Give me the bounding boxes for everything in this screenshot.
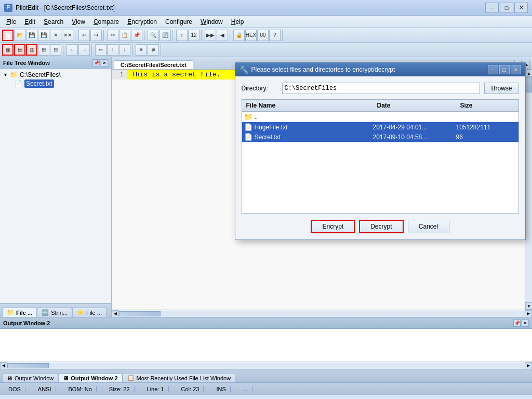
toolbar2-btn2[interactable]: ▤ [14,44,25,56]
menu-view[interactable]: View [68,17,89,26]
toolbar-copy-btn[interactable]: 📋 [119,30,130,41]
tree-tab-file[interactable]: 📁 File ... [2,308,37,317]
file-row-parent[interactable]: 📁 .. [242,112,518,122]
dialog-title-text: Please select files and directories to e… [251,66,395,73]
output-hscroll-thumb[interactable] [7,363,49,368]
toolbar-sep-7 [282,30,284,41]
menu-encryption[interactable]: Encryption [123,17,161,26]
file-row-secret[interactable]: 📄 Secret.txt 2017-09-10 04:58... 96 [242,132,518,142]
output-hscroll[interactable]: ◀ ▶ [0,362,532,369]
tree-bottom-tabs: 📁 File ... 🔤 Strin... ⭐ File ... [0,303,111,317]
toolbar-new-btn[interactable]: 📄 [2,30,14,41]
toolbar-00-btn[interactable]: 00 [257,30,269,41]
toolbar-hex-btn[interactable]: HEX [245,30,257,41]
output-hscroll-right[interactable]: ▶ [525,362,532,369]
output-close[interactable]: × [522,320,529,327]
tree-item-root[interactable]: ▼ 📁 C:\SecretFiles\ [2,71,109,79]
maximize-button[interactable]: □ [500,3,513,13]
toolbar-save-btn[interactable]: 💾 [26,30,37,41]
tree-file-icon: 📄 [15,80,22,87]
col-header-size[interactable]: Size [456,101,518,110]
dialog-dir-input[interactable] [282,83,481,94]
dialog-maximize-btn[interactable]: □ [499,65,510,74]
toolbar2-btn6[interactable]: ← [66,44,78,56]
output-tab-3-label: Most Recently Used File List Window [137,375,231,381]
toolbar2-btn4[interactable]: ⊞ [38,44,49,56]
toolbar-replace-btn[interactable]: 🔄 [159,30,171,41]
status-ins: INS [212,386,230,392]
menu-file[interactable]: File [2,17,20,26]
toolbar-close-btn[interactable]: ✕ [50,30,61,41]
menu-configure[interactable]: Configure [161,17,196,26]
main-area: File Tree Window 📌 × ▼ 📁 C:\SecretFiles\… [0,57,532,317]
toolbar-paste-btn[interactable]: 📌 [131,30,142,41]
dialog-body: Directory: Browse File Name Date Size [235,76,525,240]
toolbar2-btn3[interactable]: ▥ [26,44,37,56]
file-row-hugefile-size: 1051282111 [456,124,518,131]
tree-root-label[interactable]: C:\SecretFiles\ [20,71,61,78]
toolbar-macro-btn[interactable]: ▶▶ [205,30,216,41]
output-hscroll-left[interactable]: ◀ [0,362,7,369]
dialog-controls: − □ × [488,65,521,74]
tree-tab-str[interactable]: 🔤 Strin... [37,308,72,317]
dialog-minimize-btn[interactable]: − [488,65,498,74]
col-header-name[interactable]: File Name [242,101,373,110]
output-tabs-bar: 🖥 Output Window 🖥 Output Window 2 📋 Most… [0,369,532,382]
file-tree-panel: File Tree Window 📌 × ▼ 📁 C:\SecretFiles\… [0,57,112,317]
encrypt-dialog: 🔧 Please select files and directories to… [235,62,526,240]
toolbar2-btn1[interactable]: ▦ [2,44,14,56]
file-row-hugefile[interactable]: 📄 HugeFile.txt 2017-04-29 04:01... 10512… [242,122,518,132]
output-hscroll-track[interactable] [7,363,525,369]
menu-edit[interactable]: Edit [20,17,39,26]
toolbar-cut-btn[interactable]: ✂ [107,30,118,41]
toolbar-find-btn[interactable]: 🔍 [148,30,159,41]
output-tab-2[interactable]: 🖥 Output Window 2 [58,374,122,382]
output-tab-1[interactable]: 🖥 Output Window [2,374,58,382]
output-content[interactable] [0,329,532,362]
toolbar2-btn11[interactable]: ≡ [136,44,147,56]
output-tab-3[interactable]: 📋 Most Recently Used File List Window [123,373,236,382]
toolbar2-btn9[interactable]: ↑ [107,44,118,56]
toolbar2-btn5[interactable]: ⊟ [50,44,61,56]
toolbar-save-all-btn[interactable]: 💾 [38,30,49,41]
menu-search[interactable]: Search [39,17,68,26]
toolbar-sort-btn[interactable]: ↕ [176,30,188,41]
dialog-close-btn[interactable]: × [511,65,521,74]
minimize-button[interactable]: − [485,3,499,13]
toolbar-enc-btn[interactable]: 🔒 [233,30,245,41]
encrypt-button[interactable]: Encrypt [311,220,355,233]
close-button[interactable]: ✕ [514,3,528,13]
toolbar2-btn10[interactable]: ↓ [119,44,130,56]
menu-compare[interactable]: Compare [89,17,123,26]
toolbar-redo-btn[interactable]: ↪ [90,30,102,41]
toolbar-undo-btn[interactable]: ↩ [78,30,90,41]
menu-window[interactable]: Window [196,17,227,26]
cancel-button[interactable]: Cancel [408,220,449,233]
dialog-file-list[interactable]: File Name Date Size 📁 .. [242,99,519,214]
status-bar: DOS ANSI BOM: No Size: 22 Line: 1 Col: 2… [0,382,532,395]
dialog-dir-label: Directory: [242,85,278,92]
output-pin[interactable]: 📌 [513,320,521,327]
status-bom: BOM: No [64,386,97,392]
toolbar-num-btn[interactable]: 12 [188,30,200,41]
toolbar2-sep-2 [91,44,94,56]
tree-expand-icon: ▼ [3,72,8,77]
tree-item-file[interactable]: 📄 Secret.txt [2,79,109,88]
toolbar-macro2-btn[interactable]: ◀ [217,30,228,41]
tree-tab-file2[interactable]: ⭐ File ... [72,308,107,317]
dialog-browse-btn[interactable]: Browse [484,83,518,94]
tree-file-label[interactable]: Secret.txt [24,79,54,88]
file-tree-pin[interactable]: 📌 [92,59,100,66]
toolbar-close-all-btn[interactable]: ✕✕ [62,30,73,41]
toolbar-open-btn[interactable]: 📂 [14,30,25,41]
toolbar2-btn8[interactable]: ⇐ [95,44,107,56]
file-tree-close[interactable]: × [101,59,108,66]
decrypt-button[interactable]: Decrypt [359,220,403,233]
menu-help[interactable]: Help [227,17,248,26]
dialog-title-left: 🔧 Please select files and directories to… [240,65,395,74]
tree-tab-file-icon: 📁 [7,309,14,316]
toolbar2-btn12[interactable]: ≢ [148,44,159,56]
col-header-date[interactable]: Date [373,101,456,110]
toolbar-help-btn[interactable]: ? [269,30,281,41]
toolbar2-btn7[interactable]: → [78,44,90,56]
